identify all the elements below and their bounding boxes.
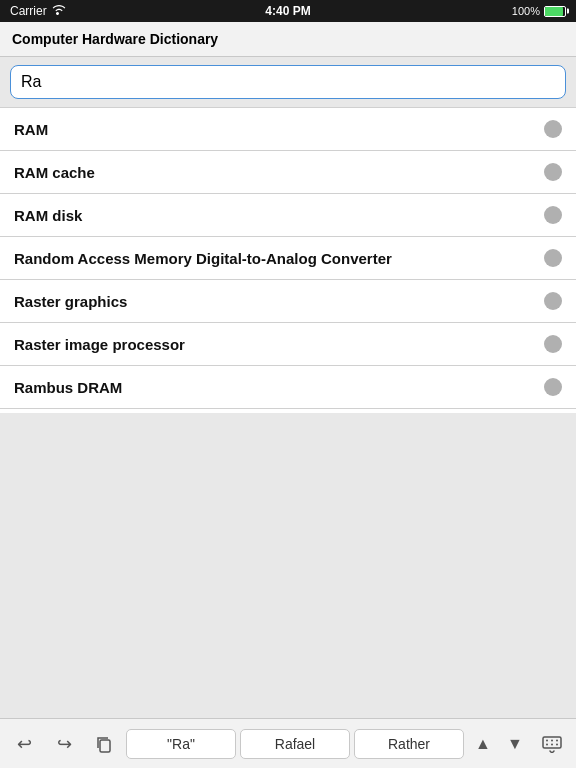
list-item[interactable]: Random Access Memory Digital-to-Analog C… <box>0 237 576 280</box>
battery-fill <box>545 7 563 16</box>
nav-arrow-buttons: ▲ ▼ <box>468 726 530 762</box>
list-item[interactable]: Raster graphics <box>0 280 576 323</box>
list-item-label: RAM disk <box>14 207 82 224</box>
list-item-label: Rambus DRAM <box>14 379 122 396</box>
list-item-label: RAM <box>14 121 48 138</box>
list-item-chevron <box>544 292 562 310</box>
list-item[interactable]: Rambus DRAM <box>0 366 576 409</box>
suggestion-rather-button[interactable]: Rather <box>354 729 464 759</box>
list-item-chevron <box>544 335 562 353</box>
list-item-label: Random Access Memory Digital-to-Analog C… <box>14 250 392 267</box>
carrier-label: Carrier <box>10 4 47 18</box>
list-item[interactable]: RAM cache <box>0 151 576 194</box>
svg-rect-1 <box>543 737 561 748</box>
status-left: Carrier <box>10 4 66 19</box>
list-item[interactable]: RAM disk <box>0 194 576 237</box>
page-title: Computer Hardware Dictionary <box>12 31 218 47</box>
status-right: 100% <box>512 5 566 17</box>
status-bar: Carrier 4:40 PM 100% <box>0 0 576 22</box>
wifi-icon <box>52 4 66 19</box>
bottom-toolbar: ↩ ↪ "Ra" Rafael Rather ▲ ▼ <box>0 718 576 768</box>
list-item-chevron <box>544 206 562 224</box>
suggestions-container: "Ra" Rafael Rather <box>126 729 464 759</box>
down-arrow-button[interactable]: ▼ <box>500 726 530 762</box>
list-item-chevron <box>544 378 562 396</box>
suggestion-ra-button[interactable]: "Ra" <box>126 729 236 759</box>
list-item-chevron <box>544 249 562 267</box>
battery-icon <box>544 6 566 17</box>
list-item-chevron <box>544 120 562 138</box>
redo-button[interactable]: ↪ <box>46 726 82 762</box>
hide-keyboard-button[interactable] <box>534 726 570 762</box>
search-input[interactable] <box>10 65 566 99</box>
list-item-chevron <box>544 163 562 181</box>
list-item[interactable]: Raster image processor <box>0 323 576 366</box>
status-time: 4:40 PM <box>265 4 310 18</box>
undo-button[interactable]: ↩ <box>6 726 42 762</box>
empty-area <box>0 413 576 719</box>
list-item-label: RAM cache <box>14 164 95 181</box>
list-item[interactable]: RAM <box>0 107 576 151</box>
list-item-label: Raster image processor <box>14 336 185 353</box>
results-list: RAMRAM cacheRAM diskRandom Access Memory… <box>0 107 576 413</box>
list-item-label: Raster graphics <box>14 293 127 310</box>
nav-bar: Computer Hardware Dictionary <box>0 22 576 57</box>
copy-button[interactable] <box>86 726 122 762</box>
battery-percent: 100% <box>512 5 540 17</box>
svg-rect-0 <box>100 740 110 752</box>
search-bar-container <box>0 57 576 107</box>
suggestion-rafael-button[interactable]: Rafael <box>240 729 350 759</box>
up-arrow-button[interactable]: ▲ <box>468 726 498 762</box>
